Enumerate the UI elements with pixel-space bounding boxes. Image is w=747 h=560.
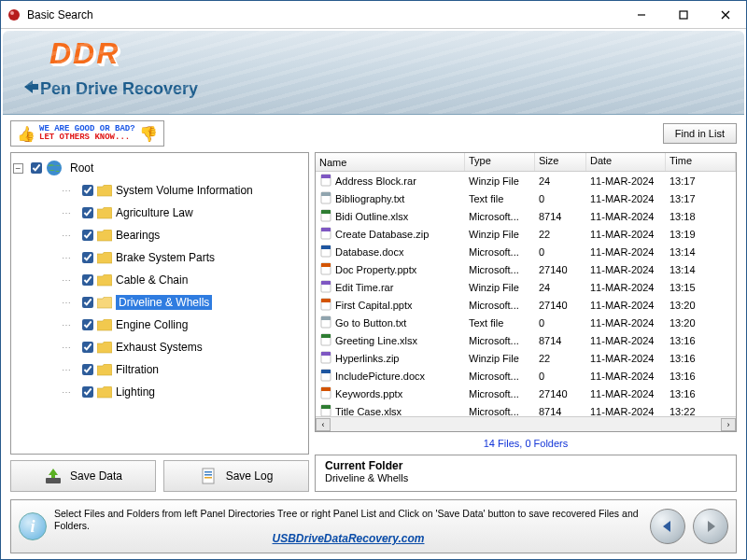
file-time: 13:22 [666, 404, 736, 417]
tree-item-label: Driveline & Whells [116, 295, 212, 310]
tree-item[interactable]: ⋯Bearings [11, 224, 308, 246]
horizontal-scrollbar[interactable]: ‹ › [316, 416, 736, 431]
svg-rect-27 [321, 281, 331, 285]
file-row[interactable]: Greeting Line.xlsxMicrosoft...871411-MAR… [316, 331, 736, 349]
tree-item[interactable]: ⋯System Volume Information [11, 179, 308, 202]
app-icon [7, 7, 21, 22]
file-size: 22 [535, 227, 586, 242]
file-type-icon [319, 333, 332, 348]
tree-checkbox[interactable] [82, 230, 93, 241]
column-type[interactable]: Type [465, 153, 535, 171]
file-type-icon [319, 386, 332, 401]
tree-checkbox[interactable] [82, 252, 93, 263]
tree-item[interactable]: ⋯Filtration [11, 358, 308, 381]
file-row[interactable]: Hyperlinks.zipWinzip File2211-MAR-202413… [316, 349, 736, 367]
tree-checkbox[interactable] [31, 162, 42, 174]
file-row[interactable]: Title Case.xlsxMicrosoft...871411-MAR-20… [316, 402, 736, 416]
svg-rect-3 [680, 11, 687, 19]
tree-item[interactable]: ⋯Brake System Parts [11, 246, 308, 269]
tree-root[interactable]: −Root [11, 157, 308, 179]
column-date[interactable]: Date [586, 153, 666, 171]
svg-rect-33 [321, 334, 331, 338]
column-size[interactable]: Size [535, 153, 586, 171]
svg-marker-43 [708, 521, 715, 532]
file-type: Microsoft... [465, 404, 535, 417]
file-type-icon [319, 227, 332, 242]
svg-marker-9 [49, 469, 58, 478]
tree-item[interactable]: ⋯Agriculture Law [11, 202, 308, 224]
back-button[interactable] [650, 509, 685, 544]
tree-item[interactable]: ⋯Exhaust Systems [11, 336, 308, 358]
arrow-icon [21, 76, 40, 98]
close-button[interactable] [704, 2, 746, 28]
file-type: Microsoft... [465, 369, 535, 384]
file-row[interactable]: Database.docxMicrosoft...011-MAR-202413:… [316, 243, 736, 260]
tree-checkbox[interactable] [82, 364, 93, 375]
tree-checkbox[interactable] [82, 297, 93, 308]
file-date: 11-MAR-2024 [586, 333, 666, 348]
file-row[interactable]: Bidi Outline.xlsxMicrosoft...871411-MAR-… [316, 207, 736, 225]
next-button[interactable] [693, 509, 728, 544]
maximize-button[interactable] [662, 2, 704, 28]
column-time[interactable]: Time [666, 153, 736, 171]
file-row[interactable]: Doc Property.pptxMicrosoft...2714011-MAR… [316, 260, 736, 278]
file-row[interactable]: IncludePicture.docxMicrosoft...011-MAR-2… [316, 367, 736, 385]
save-data-button[interactable]: Save Data [10, 460, 156, 492]
tree-checkbox[interactable] [82, 207, 93, 218]
tree-item[interactable]: ⋯Driveline & Whells [11, 291, 308, 314]
file-type-icon [319, 298, 332, 313]
file-name: Keywords.pptx [335, 388, 402, 399]
window-title: Basic Search [27, 8, 620, 21]
file-row[interactable]: Address Block.rarWinzip File2411-MAR-202… [316, 172, 736, 189]
file-list[interactable]: Name Type Size Date Time Address Block.r… [315, 152, 737, 432]
find-in-list-button[interactable]: Find in List [663, 123, 737, 144]
file-row[interactable]: Edit Time.rarWinzip File2411-MAR-202413:… [316, 278, 736, 296]
svg-rect-23 [321, 245, 331, 249]
tree-checkbox[interactable] [82, 319, 93, 330]
file-time: 13:16 [666, 333, 736, 348]
svg-marker-42 [663, 521, 670, 532]
file-type: Text file [465, 315, 535, 330]
file-time: 13:20 [666, 298, 736, 313]
file-row[interactable]: Bibliography.txtText file011-MAR-202413:… [316, 189, 736, 207]
file-type-icon [319, 369, 332, 384]
tree-checkbox[interactable] [82, 386, 93, 398]
file-row[interactable]: Create Database.zipWinzip File2211-MAR-2… [316, 225, 736, 243]
file-list-header[interactable]: Name Type Size Date Time [316, 153, 736, 172]
file-time: 13:14 [666, 245, 736, 259]
file-type: Microsoft... [465, 333, 535, 348]
file-type-icon [319, 174, 332, 189]
file-type-icon [319, 262, 332, 277]
scroll-right-icon[interactable]: › [721, 418, 736, 431]
save-log-button[interactable]: Save Log [163, 460, 309, 492]
feedback-button[interactable]: 👍 WE ARE GOOD OR BAD? LET OTHERS KNOW...… [10, 120, 164, 147]
directory-tree[interactable]: −Root⋯System Volume Information⋯Agricult… [10, 152, 309, 455]
column-name[interactable]: Name [316, 153, 465, 171]
collapse-icon[interactable]: − [13, 163, 23, 174]
file-row[interactable]: First Capital.pptxMicrosoft...2714011-MA… [316, 296, 736, 314]
tree-checkbox[interactable] [82, 342, 93, 353]
svg-rect-12 [204, 474, 212, 476]
tree-checkbox[interactable] [82, 274, 93, 286]
file-type: Microsoft... [465, 386, 535, 401]
thumb-up-icon: 👍 [17, 125, 35, 143]
svg-rect-10 [203, 469, 214, 483]
file-time: 13:19 [666, 227, 736, 242]
file-name: Address Block.rar [335, 175, 416, 187]
file-time: 13:15 [666, 280, 736, 295]
tree-item[interactable]: ⋯Engine Colling [11, 314, 308, 336]
scroll-left-icon[interactable]: ‹ [316, 418, 331, 431]
file-type: Microsoft... [465, 245, 535, 259]
file-row[interactable]: Go to Button.txtText file011-MAR-202413:… [316, 314, 736, 331]
minimize-button[interactable] [620, 2, 662, 28]
tree-item[interactable]: ⋯Cable & Chain [11, 269, 308, 291]
svg-marker-6 [24, 80, 38, 93]
tree-item-label: Lighting [116, 385, 155, 399]
tree-checkbox[interactable] [82, 185, 93, 196]
file-size: 27140 [535, 262, 586, 277]
file-name: IncludePicture.docx [335, 371, 425, 382]
tree-item[interactable]: ⋯Lighting [11, 381, 308, 403]
footer-link[interactable]: USBDriveDataRecovery.com [54, 533, 642, 545]
file-row[interactable]: Keywords.pptxMicrosoft...2714011-MAR-202… [316, 385, 736, 402]
file-time: 13:14 [666, 262, 736, 277]
